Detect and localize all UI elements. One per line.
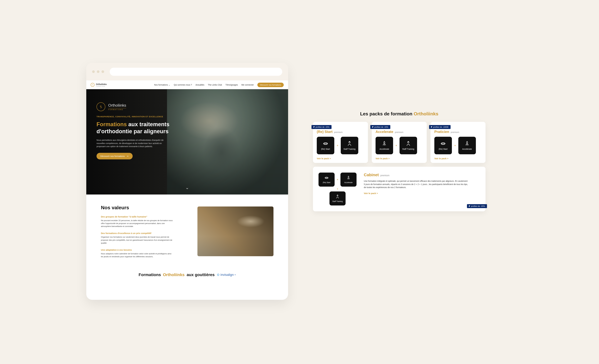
svg-point-9 <box>408 142 409 143</box>
tag-icon <box>431 126 432 128</box>
svg-point-3 <box>219 275 219 275</box>
nav-item-temoignages[interactable]: Témoignages <box>226 84 238 86</box>
nav-item-formations[interactable]: Nos formations ⌄ <box>154 84 170 86</box>
hero-logo-icon <box>97 102 105 111</box>
cabinet-description: Une formation intégrale et optimale, qui… <box>364 180 469 189</box>
promo-text: profitez de -15% <box>374 126 388 128</box>
hero-cta-label: Découvrir nos formations <box>100 155 125 157</box>
pack-item-accelerate: Accelerate <box>458 137 476 154</box>
pack-name: (Re) Start <box>317 130 333 134</box>
hero-logo-text: Ortholiinks <box>108 103 126 107</box>
packs-row: profitez de -15% (Re) Start premium (Re)… <box>313 122 485 163</box>
pack-item-label: Staff Training <box>332 200 343 202</box>
hero-logo-subtext: FORMATIONS <box>108 108 126 110</box>
packs-title-accent: Ortholiinks <box>414 111 438 116</box>
promo-text: profitez de -20% <box>471 205 485 207</box>
values-section: Nos valeurs Des groupes de formation "à … <box>86 195 288 268</box>
value-heading-3: Une adaptation à vos besoins <box>101 249 190 251</box>
pack-link[interactable]: Voir le pack > <box>364 192 481 195</box>
pack-sub: premium <box>334 131 343 133</box>
pack-card-accelerate: profitez de -15% Accelerate premium Acce… <box>372 122 427 163</box>
invisalign-text: invisalign <box>220 273 234 277</box>
svg-point-2 <box>217 275 218 275</box>
nav-cta-button[interactable]: Découvrir nos formations <box>257 83 284 87</box>
window-controls <box>92 70 104 73</box>
nav-item-actualites[interactable]: Actualités <box>195 84 204 86</box>
window-minimize-icon[interactable] <box>97 70 99 73</box>
pack-item-accelerate: Accelerate <box>340 173 357 186</box>
logo-subtext: FORMATIONS <box>96 86 107 87</box>
logo-icon <box>91 83 95 87</box>
pack-link[interactable]: Voir le pack > <box>434 157 482 160</box>
promo-text: profitez de -1000€ <box>433 126 449 128</box>
hero-title-accent: Formations <box>97 121 127 127</box>
hero-kicker: TRANSPARENCE, CONVIVIALITÉ, INNOVATION E… <box>97 115 176 118</box>
rocket-icon <box>346 176 351 180</box>
plus-icon: + <box>337 187 338 191</box>
value-text-3: Nous adaptons notre calendrier de format… <box>101 252 174 258</box>
pack-item-label: (Re) Start <box>323 181 330 184</box>
hero-background-image <box>167 89 288 195</box>
value-text-1: Ne pouvant excéder 20 personnes, la tail… <box>101 219 174 228</box>
browser-chrome <box>86 63 288 80</box>
person-icon <box>405 141 411 146</box>
aligner-icon <box>324 176 329 180</box>
pack-sub: premium <box>380 174 389 177</box>
svg-point-10 <box>337 195 338 196</box>
pack-name: Praticien <box>434 130 449 134</box>
tag-icon <box>468 205 470 207</box>
values-image <box>197 206 273 256</box>
pack-item-staff: Staff Training <box>399 137 417 154</box>
person-icon <box>335 195 340 199</box>
nav-item-qui-sommes[interactable]: Qui sommes nous ? <box>174 84 192 86</box>
logo[interactable]: Ortholiinks FORMATIONS <box>91 83 107 87</box>
promo-tag: profitez de -20% <box>467 204 487 208</box>
pack-item-label: Accelerate <box>344 181 352 184</box>
hero-cta-button[interactable]: Découvrir nos formations <box>97 153 133 160</box>
packs-title-pre: Les packs de formation <box>360 111 414 116</box>
pack-sub: premium <box>395 131 403 133</box>
address-bar[interactable] <box>110 68 282 76</box>
pack-item-label: (Re) Start <box>439 148 448 150</box>
hero-description: Nous permettons aux chirurgiens-dentiste… <box>97 139 167 148</box>
svg-point-5 <box>219 274 219 274</box>
tag-icon <box>372 126 373 128</box>
formations-accent: Ortholiinks <box>163 272 185 277</box>
promo-tag: profitez de -15% <box>311 125 332 129</box>
browser-window: Ortholiinks FORMATIONS Nos formations ⌄ … <box>86 63 288 300</box>
svg-point-1 <box>218 275 219 276</box>
arrow-right-icon <box>126 155 129 157</box>
hero-title: Formations aux traitements d'orthodontie… <box>97 121 176 135</box>
pack-item-restart: (Re) Start <box>317 137 334 154</box>
packs-panel: Les packs de formation Ortholiinks profi… <box>313 111 485 211</box>
cabinet-items-grid: (Re) Start + Accelerate + Staff Training <box>317 171 358 207</box>
hero: Ortholiinks FORMATIONS TRANSPARENCE, CON… <box>86 89 288 195</box>
pack-link[interactable]: Voir le pack > <box>376 157 423 160</box>
window-zoom-icon[interactable] <box>101 70 104 73</box>
value-heading-2: Des formations d'excellence à un prix co… <box>101 232 190 234</box>
invisalign-logo: invisalign ® <box>217 273 236 277</box>
plus-icon: + <box>337 178 338 181</box>
hero-logo: Ortholiinks FORMATIONS <box>97 102 176 111</box>
value-block-2: Des formations d'excellence à un prix co… <box>101 232 190 244</box>
pack-item-label: Accelerate <box>462 148 472 150</box>
pack-name: Accelerate <box>376 130 393 134</box>
aligner-icon <box>323 141 328 146</box>
invisalign-flower-icon <box>217 273 220 276</box>
window-close-icon[interactable] <box>92 70 95 73</box>
rocket-icon <box>381 141 387 146</box>
nav-item-liinks-club[interactable]: The Liinks Club <box>208 84 222 86</box>
pack-link[interactable]: Voir le pack > <box>317 157 364 160</box>
nav-item-connect[interactable]: Me connecter <box>241 84 254 86</box>
plus-icon: + <box>337 144 338 147</box>
pack-item-label: Staff Training <box>402 148 414 150</box>
plus-icon: + <box>396 144 397 147</box>
pack-card-cabinet: (Re) Start + Accelerate + Staff Training… <box>313 167 485 211</box>
pack-card-restart: profitez de -15% (Re) Start premium (Re)… <box>313 122 368 163</box>
rocket-icon <box>464 141 470 146</box>
pack-item-label: Accelerate <box>379 148 389 150</box>
promo-tag: profitez de -1000€ <box>429 125 450 129</box>
value-heading-1: Des groupes de formation "à taille humai… <box>101 215 190 218</box>
svg-point-7 <box>219 275 219 276</box>
scroll-down-icon[interactable] <box>185 187 189 191</box>
